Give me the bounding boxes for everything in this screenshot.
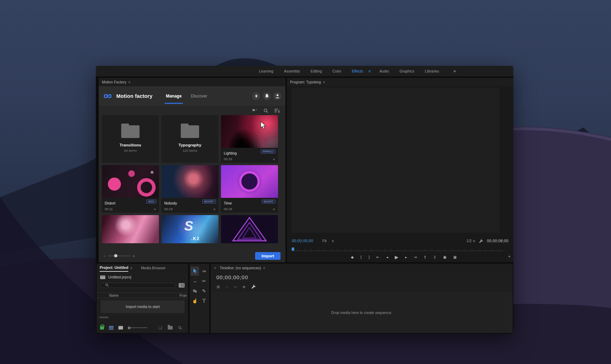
project-file-row[interactable]: Untitled.prproj [100, 275, 131, 279]
asset-card-row3-1[interactable] [102, 215, 159, 243]
find-button[interactable] [178, 326, 182, 330]
import-button[interactable]: Import [255, 252, 280, 260]
linked-selection-icon[interactable]: ∞ [234, 284, 237, 289]
motion-factory-nav: Manage Discover [166, 86, 207, 106]
asset-card-nobody[interactable]: Nobody MOGRT 00:18 ★ [161, 165, 218, 213]
workspace-overflow-icon[interactable]: » [444, 69, 456, 74]
extract-button[interactable]: ↧ [433, 255, 436, 259]
lightning-button[interactable] [252, 92, 260, 100]
workspace-tab-effects[interactable]: Effects [347, 69, 369, 73]
new-bin-button[interactable] [168, 326, 173, 330]
workspace-tab-graphics[interactable]: Graphics [394, 69, 420, 73]
asset-card-row3-3[interactable] [221, 215, 278, 243]
export-frame-button[interactable]: ▣ [443, 255, 446, 259]
project-tab[interactable]: Project: Untitled [100, 265, 128, 270]
panel-menu-icon[interactable]: ≡ [128, 80, 130, 84]
ripple-edit-tool[interactable]: ↔ [191, 276, 199, 285]
zoom-in-icon[interactable]: + [132, 254, 135, 258]
project-file-icon [100, 275, 105, 279]
button-editor-plus[interactable]: + [508, 254, 511, 259]
column-name[interactable]: Name [109, 294, 119, 297]
workspace-tab-libraries[interactable]: Libraries [420, 69, 444, 73]
step-forward-button[interactable]: ▸ [405, 255, 407, 259]
playback-resolution-select[interactable]: 1/2 ∨ [467, 239, 475, 243]
workspace-tab-assembly[interactable]: Assembly [279, 69, 306, 73]
sort-icon[interactable] [274, 108, 280, 113]
workspace-tab-color[interactable]: Color [327, 69, 347, 73]
add-marker-button[interactable]: ◆ [351, 255, 354, 259]
go-to-in-button[interactable]: ⇤ [376, 255, 379, 259]
panel-menu-icon[interactable]: ≡ [263, 266, 265, 270]
asset-card-time[interactable]: Time MOGRT 00:18 ★ [221, 165, 278, 213]
workspace-menu-icon[interactable]: ≡ [369, 69, 374, 73]
icon-view-button[interactable] [118, 326, 123, 330]
comparison-view-button[interactable]: ▦ [453, 255, 456, 259]
type-tool[interactable]: T [200, 296, 208, 305]
close-icon[interactable]: × [214, 266, 216, 270]
search-icon[interactable] [264, 108, 268, 113]
slider-knob[interactable] [114, 254, 117, 257]
folder-card-transitions[interactable]: Transitions 83 items [102, 115, 159, 163]
slip-tool[interactable]: ↹ [191, 286, 199, 295]
folder-card-typography[interactable]: Typography 120 items [161, 115, 218, 163]
list-view-button[interactable] [109, 326, 113, 330]
mark-out-button[interactable]: } [369, 255, 370, 259]
asset-card-row3-2[interactable]: S .K2 [161, 215, 218, 243]
thumbnail-zoom-slider[interactable]: − + [104, 254, 135, 258]
premiere-window: Learning Assembly Editing Color Effects … [96, 66, 513, 334]
snap-icon[interactable]: ∩ [226, 284, 228, 289]
asset-card-distort[interactable]: Distort MOV 00:11 ★ [102, 165, 159, 213]
column-frame-rate[interactable]: Fran [179, 294, 187, 297]
pen-tool[interactable]: ✎ [200, 286, 208, 295]
find-in-bin-button[interactable] [179, 283, 185, 288]
project-zoom-slider[interactable] [128, 327, 147, 329]
program-tab[interactable]: Program: Typoking [290, 80, 321, 84]
marker-icon[interactable]: ◆ [242, 284, 245, 289]
account-button[interactable] [273, 92, 281, 100]
timeline-settings-wrench-icon[interactable] [251, 284, 256, 289]
go-to-out-button[interactable]: ⇥ [414, 255, 416, 259]
mark-in-button[interactable]: { [360, 255, 362, 259]
media-browser-tab[interactable]: Media Browser [141, 266, 166, 270]
favorite-star-icon[interactable]: ★ [213, 207, 216, 211]
format-badge: MOGRT [262, 200, 276, 203]
project-empty-state[interactable]: Import media to start [101, 300, 185, 313]
automate-to-sequence-button[interactable]: ❏ [159, 326, 162, 330]
tab-manage[interactable]: Manage [166, 86, 182, 106]
play-button[interactable]: ▶ [395, 255, 399, 260]
project-search-input[interactable] [100, 283, 176, 288]
step-back-button[interactable]: ◂ [386, 255, 388, 259]
hand-tool[interactable]: ☝ [191, 296, 199, 305]
razor-tool[interactable]: ✂ [200, 276, 208, 285]
panel-menu-icon[interactable]: ≡ [130, 266, 132, 270]
workspace-tab-editing[interactable]: Editing [305, 69, 327, 73]
favorite-star-icon[interactable]: ★ [153, 207, 156, 211]
motion-factory-tabbar: Motion Factory ≡ [99, 78, 285, 86]
program-seekbar[interactable] [291, 247, 504, 251]
motion-factory-tab[interactable]: Motion Factory [102, 80, 126, 84]
selection-tool[interactable] [191, 266, 199, 276]
favorite-star-icon[interactable]: ★ [272, 207, 276, 211]
nest-sequences-icon[interactable]: ▣ [216, 284, 220, 289]
track-select-forward-tool[interactable]: ⇒ [200, 266, 208, 276]
slider-knob[interactable] [128, 327, 130, 329]
timeline-drop-zone[interactable]: Drop media here to create sequence. [211, 292, 513, 333]
workspace-tab-audio[interactable]: Audio [374, 69, 394, 73]
settings-wrench-icon[interactable] [479, 239, 483, 243]
project-writable-lock-icon[interactable] [100, 326, 104, 330]
tab-discover[interactable]: Discover [191, 86, 207, 106]
flag-add-icon[interactable]: ⚑+ [252, 108, 257, 113]
notifications-button[interactable] [263, 92, 271, 100]
panel-menu-icon[interactable]: ≡ [323, 80, 325, 84]
current-timecode[interactable]: 00;00;00;00 [292, 239, 313, 243]
asset-card-lighting[interactable]: Lighting PRPROJ 00:33 ★ [221, 115, 278, 163]
timeline-tab[interactable]: Timeline: (no sequences) [220, 266, 261, 270]
zoom-out-icon[interactable]: − [104, 254, 106, 258]
playhead-marker[interactable] [292, 247, 294, 251]
favorite-star-icon[interactable]: ★ [272, 157, 276, 161]
timeline-timecode[interactable]: 00;00;00;00 [216, 274, 248, 280]
lift-button[interactable]: ↥ [424, 255, 426, 259]
zoom-level-select[interactable]: Fit∨ [322, 239, 334, 243]
horizontal-scrollbar[interactable] [99, 316, 109, 318]
workspace-tab-learning[interactable]: Learning [254, 69, 279, 73]
